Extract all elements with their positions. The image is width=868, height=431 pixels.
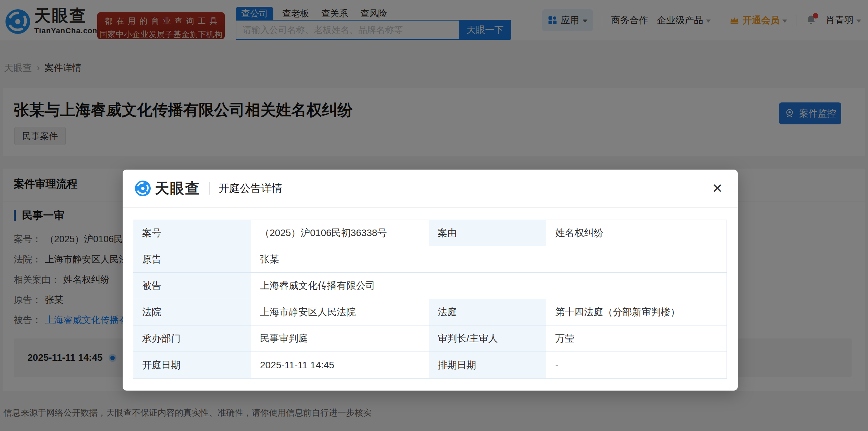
modal-brand-name: 天眼查 xyxy=(155,179,200,198)
table-value: 第十四法庭（分部新审判楼） xyxy=(546,299,727,325)
table-label: 开庭日期 xyxy=(133,352,251,378)
table-label: 承办部门 xyxy=(133,325,251,352)
modal-title-divider xyxy=(209,182,210,195)
tianyancha-eye-icon xyxy=(135,181,151,196)
table-label: 案由 xyxy=(429,220,546,246)
defendant-company-link[interactable]: 上海睿威文化传播有限公司 xyxy=(251,273,727,299)
modal-title: 开庭公告详情 xyxy=(219,181,282,196)
modal-header: 天眼查 开庭公告详情 ✕ xyxy=(123,170,738,208)
hearing-detail-modal: 天眼查 开庭公告详情 ✕ 案号 （2025）沪0106民初36338号 案由 姓… xyxy=(123,170,738,391)
table-value: 姓名权纠纷 xyxy=(546,220,727,246)
table-label: 案号 xyxy=(133,220,251,246)
table-value: 2025-11-11 14:45 xyxy=(251,352,429,378)
table-label: 审判长/主审人 xyxy=(429,325,546,352)
table-label: 原告 xyxy=(133,246,251,273)
table-label: 法院 xyxy=(133,299,251,325)
table-label: 法庭 xyxy=(429,299,546,325)
close-icon[interactable]: ✕ xyxy=(712,182,723,195)
table-value: - xyxy=(546,352,727,378)
table-label: 排期日期 xyxy=(429,352,546,378)
table-value: 万莹 xyxy=(546,325,727,352)
table-value: 张某 xyxy=(251,246,727,273)
table-value: （2025）沪0106民初36338号 xyxy=(251,220,429,246)
table-value: 上海市静安区人民法院 xyxy=(251,299,429,325)
table-value: 民事审判庭 xyxy=(251,325,429,352)
table-label: 被告 xyxy=(133,273,251,299)
hearing-detail-table: 案号 （2025）沪0106民初36338号 案由 姓名权纠纷 原告 张某 被告… xyxy=(133,220,727,379)
